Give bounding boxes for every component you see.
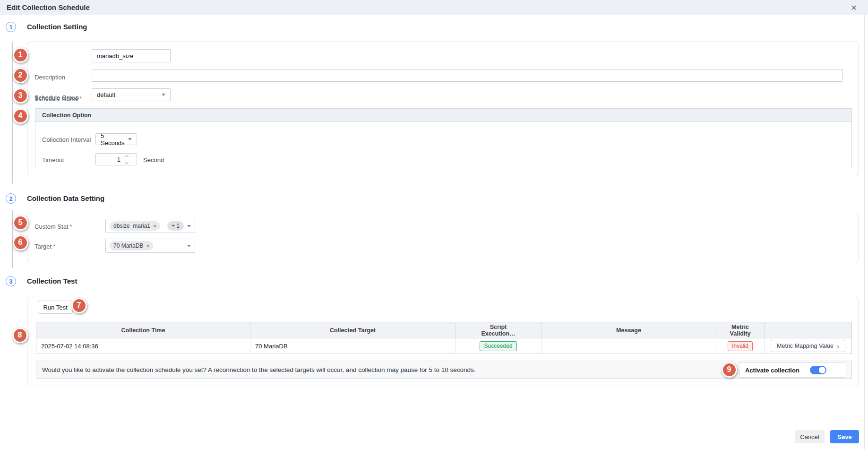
metric-mapping-value-button[interactable]: Metric Mapping Value›: [771, 340, 845, 352]
dialog-titlebar: Edit Collection Schedule: [0, 0, 868, 15]
section-3-step-badge: 3: [6, 276, 16, 286]
annotation-badge-4: 4: [13, 108, 28, 124]
chevron-down-icon: [187, 225, 191, 227]
activation-message: Would you like to activate the collectio…: [42, 366, 476, 373]
target-tag: 70 MariaDB✕: [110, 241, 153, 250]
schedule-group-value: default: [97, 91, 115, 98]
remove-tag-icon[interactable]: ✕: [153, 224, 156, 228]
activate-collection-toggle[interactable]: [810, 366, 826, 374]
stepper-arrows[interactable]: [125, 155, 128, 164]
annotation-badge-7: 7: [71, 298, 87, 313]
collection-interval-label: Collection Interval: [42, 136, 91, 143]
cancel-button[interactable]: Cancel: [795, 430, 825, 443]
remove-tag-icon[interactable]: ✕: [146, 243, 149, 248]
col-collection-time: Collection Time: [36, 322, 250, 338]
collection-option-panel: Collection Option Collection Interval 5 …: [35, 108, 852, 168]
table-header-row: Collection Time Collected Target Script …: [36, 322, 851, 338]
timeout-stepper[interactable]: [95, 153, 137, 165]
custom-stat-tag: dbsize_maria1✕: [110, 221, 160, 231]
collection-setting-panel: Schedule Name* Description Schedule Grou…: [27, 42, 859, 176]
status-badge-invalid: Invalid: [728, 341, 753, 351]
description-label: Description: [34, 74, 65, 81]
section-1-step-badge: 1: [6, 22, 16, 32]
section-2-title: Collection Data Setting: [27, 194, 104, 202]
schedule-group-select[interactable]: default: [92, 88, 171, 101]
schedule-group-label: Schedule Group: [34, 94, 79, 101]
save-button[interactable]: Save: [830, 430, 859, 443]
table-row: 2025-07-02 14:08:36 70 MariaDB Succeeded…: [36, 338, 851, 354]
annotation-badge-5: 5: [13, 215, 28, 231]
activate-collection-label: Activate collection: [745, 367, 799, 374]
cell-collected-target: 70 MariaDB: [250, 338, 455, 354]
collection-option-header: Collection Option: [35, 109, 851, 122]
timeout-label: Timeout: [42, 156, 64, 164]
chevron-down-icon[interactable]: [125, 160, 129, 164]
annotation-badge-9: 9: [722, 362, 737, 378]
status-badge-succeeded: Succeeded: [480, 341, 516, 351]
run-test-button[interactable]: Run Test: [38, 301, 73, 314]
cell-actions: Metric Mapping Value›: [765, 338, 851, 354]
annotation-badge-3: 3: [13, 88, 28, 104]
annotation-badge-2: 2: [13, 68, 28, 83]
annotation-badge-6: 6: [13, 235, 28, 250]
target-label: Target*: [34, 243, 55, 250]
cell-script-execution: Succeeded: [455, 338, 541, 354]
col-metric-validity: Metric Validity: [716, 322, 765, 338]
chevron-down-icon: [128, 138, 132, 140]
toggle-knob: [819, 367, 825, 373]
custom-stat-select[interactable]: dbsize_maria1✕ + 1: [105, 219, 195, 233]
target-select[interactable]: 70 MariaDB✕: [105, 239, 195, 253]
timeout-unit-label: Second: [143, 156, 164, 164]
custom-stat-label: Custom Stat*: [34, 223, 72, 230]
dialog-title: Edit Collection Schedule: [7, 3, 90, 11]
chevron-up-icon[interactable]: [125, 155, 129, 158]
section-3-title: Collection Test: [27, 277, 77, 285]
description-input[interactable]: [92, 69, 843, 82]
required-mark: *: [53, 243, 55, 250]
col-actions: [765, 322, 851, 338]
collection-interval-value: 5 Seconds: [101, 132, 128, 147]
section-2-step-badge: 2: [6, 193, 16, 204]
chevron-down-icon: [187, 245, 191, 247]
col-message: Message: [541, 322, 716, 338]
section-1-title: Collection Setting: [27, 23, 87, 31]
scrollbar-track[interactable]: [864, 15, 865, 449]
more-tags-badge[interactable]: + 1: [167, 221, 184, 231]
timeout-input[interactable]: [96, 156, 120, 163]
test-result-table: Collection Time Collected Target Script …: [36, 322, 852, 354]
close-icon[interactable]: ✕: [848, 2, 859, 13]
chevron-right-icon: ›: [837, 343, 839, 350]
edit-collection-schedule-dialog: Edit Collection Schedule ✕ 1 Collection …: [0, 0, 868, 449]
col-collected-target: Collected Target: [250, 322, 455, 338]
collection-data-setting-panel: Custom Stat* dbsize_maria1✕ + 1 Target* …: [27, 213, 859, 262]
activate-collection-box: Activate collection: [739, 363, 846, 378]
cell-message: [541, 338, 716, 354]
collection-option-title: Collection Option: [42, 112, 91, 119]
chevron-down-icon: [162, 94, 165, 96]
required-mark: *: [70, 223, 72, 230]
schedule-name-input[interactable]: [92, 49, 171, 62]
annotation-badge-8: 8: [12, 328, 28, 343]
cell-metric-validity: Invalid: [716, 338, 765, 354]
col-script-execution: Script Execution…: [455, 322, 541, 338]
collection-interval-select[interactable]: 5 Seconds: [95, 133, 137, 145]
cell-collection-time: 2025-07-02 14:08:36: [36, 338, 250, 354]
required-mark: *: [80, 95, 82, 102]
annotation-badge-1: 1: [13, 47, 28, 63]
